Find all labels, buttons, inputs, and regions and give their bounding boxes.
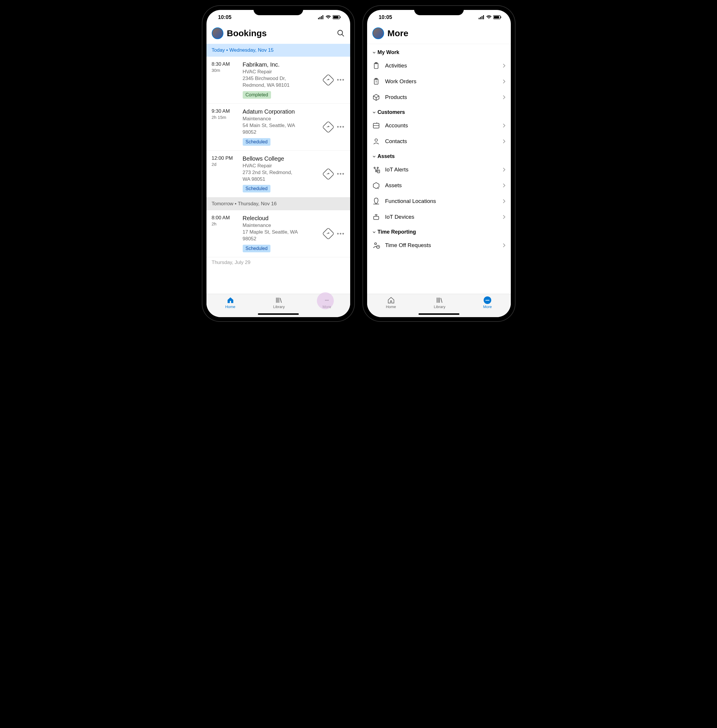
more-highlight-icon xyxy=(317,292,334,309)
svg-rect-12 xyxy=(483,15,484,19)
menu-item-accounts[interactable]: Accounts xyxy=(367,118,511,133)
tab-more-label: More xyxy=(483,305,492,309)
tab-library[interactable]: Library xyxy=(273,296,285,309)
date-group-header: Today • Wednesday, Nov 15 xyxy=(206,44,350,56)
menu-item-time-off-requests[interactable]: Time Off Requests xyxy=(367,237,511,253)
directions-button[interactable] xyxy=(322,74,334,86)
svg-rect-29 xyxy=(374,217,378,220)
menu-item-work-orders[interactable]: Work Orders xyxy=(367,73,511,89)
tabbar: Home Library ••• More xyxy=(206,294,350,317)
chevron-right-icon xyxy=(503,95,505,99)
directions-button[interactable] xyxy=(322,227,334,240)
svg-rect-14 xyxy=(494,16,499,18)
booking-details: Relecloud Maintenance 17 Maple St, Seatt… xyxy=(243,215,319,252)
bookings-list[interactable]: Today • Wednesday, Nov 15 8:30 AM30m Fab… xyxy=(206,44,350,294)
menu-item-label: Accounts xyxy=(385,122,497,129)
home-indicator xyxy=(258,313,299,315)
library-icon xyxy=(275,296,283,304)
person-icon xyxy=(372,137,380,145)
svg-point-30 xyxy=(374,243,377,245)
tab-more[interactable]: ••• More xyxy=(483,296,492,309)
divider xyxy=(367,44,511,44)
tab-home[interactable]: Home xyxy=(386,296,396,309)
chevron-down-icon xyxy=(372,51,376,54)
tab-home-label: Home xyxy=(225,305,235,309)
avatar[interactable] xyxy=(212,27,223,39)
overflow-button[interactable]: ••• xyxy=(337,76,345,83)
chevron-right-icon xyxy=(503,215,505,219)
directions-button[interactable] xyxy=(322,168,334,180)
menu-item-assets[interactable]: Assets xyxy=(367,177,511,193)
svg-rect-0 xyxy=(318,18,319,19)
status-time: 10:05 xyxy=(218,14,232,20)
booking-row[interactable]: 8:00 AM2h Relecloud Maintenance 17 Maple… xyxy=(206,210,350,257)
battery-icon xyxy=(493,15,502,19)
menu-item-label: IoT Devices xyxy=(385,214,497,220)
menu-item-contacts[interactable]: Contacts xyxy=(367,133,511,149)
menu-item-label: IoT Alerts xyxy=(385,166,497,173)
svg-point-25 xyxy=(377,167,378,168)
menu-item-label: Products xyxy=(385,94,497,101)
date-group-header: Tomorrow • Thursday, Nov 16 xyxy=(206,197,350,210)
menu-item-products[interactable]: Products xyxy=(367,89,511,105)
asset-icon xyxy=(372,182,380,189)
menu-item-label: Assets xyxy=(385,182,497,189)
more-menu[interactable]: My Work Activities Work Orders Products … xyxy=(367,45,511,294)
more-icon: ••• xyxy=(484,296,491,304)
status-badge: Scheduled xyxy=(243,138,271,146)
tab-home[interactable]: Home xyxy=(225,296,235,309)
booking-row[interactable]: 12:00 PM2d Bellows College HVAC Repair 2… xyxy=(206,151,350,198)
svg-point-24 xyxy=(374,167,375,168)
iot-alert-icon xyxy=(372,166,380,174)
menu-item-functional-locations[interactable]: Functional Locations xyxy=(367,193,511,209)
overflow-button[interactable]: ••• xyxy=(337,230,345,237)
booking-row[interactable]: 8:30 AM30m Fabrikam, Inc. HVAC Repair 23… xyxy=(206,56,350,104)
page-title: More xyxy=(387,28,505,38)
tab-library[interactable]: Library xyxy=(434,296,445,309)
status-badge: Completed xyxy=(243,91,271,99)
overflow-button[interactable]: ••• xyxy=(337,124,345,130)
home-icon xyxy=(387,296,395,304)
search-icon[interactable] xyxy=(337,29,345,37)
booking-details: Fabrikam, Inc. HVAC Repair 2345 Birchwoo… xyxy=(243,61,319,99)
home-indicator xyxy=(418,313,459,315)
svg-rect-1 xyxy=(319,17,320,19)
chevron-right-icon xyxy=(503,199,505,203)
location-icon xyxy=(372,197,380,205)
menu-item-iot-alerts[interactable]: IoT Alerts xyxy=(367,162,511,177)
section-header[interactable]: Customers xyxy=(367,105,511,118)
chevron-right-icon xyxy=(503,243,505,248)
menu-item-label: Functional Locations xyxy=(385,198,497,205)
battery-icon xyxy=(333,15,341,19)
svg-point-21 xyxy=(375,82,376,83)
directions-icon xyxy=(326,172,330,176)
chevron-down-icon xyxy=(372,155,376,158)
svg-rect-11 xyxy=(482,16,482,19)
library-icon xyxy=(436,296,443,304)
header: Bookings xyxy=(206,24,350,44)
person-clock-icon xyxy=(372,241,380,249)
menu-item-activities[interactable]: Activities xyxy=(367,58,511,73)
directions-icon xyxy=(326,232,330,236)
svg-rect-10 xyxy=(480,17,481,19)
chevron-down-icon xyxy=(372,111,376,114)
home-icon xyxy=(227,296,234,304)
overflow-button[interactable]: ••• xyxy=(337,171,345,177)
tabbar: Home Library ••• More xyxy=(367,294,511,317)
tab-home-label: Home xyxy=(386,305,396,309)
notch xyxy=(414,6,464,15)
menu-item-iot-devices[interactable]: IoT Devices xyxy=(367,209,511,225)
booking-row[interactable]: 9:30 AM2h 15m Adatum Corporation Mainten… xyxy=(206,104,350,151)
clipboard-icon xyxy=(372,62,380,70)
directions-button[interactable] xyxy=(322,121,334,133)
booking-time: 9:30 AM2h 15m xyxy=(212,108,238,146)
section-header[interactable]: Time Reporting xyxy=(367,225,511,237)
section-header[interactable]: Assets xyxy=(367,149,511,162)
avatar[interactable] xyxy=(372,27,384,39)
section-header[interactable]: My Work xyxy=(367,45,511,58)
svg-rect-6 xyxy=(340,16,340,18)
device-icon xyxy=(372,213,380,221)
chevron-right-icon xyxy=(503,139,505,143)
header: More xyxy=(367,24,511,44)
directions-icon xyxy=(326,125,330,129)
